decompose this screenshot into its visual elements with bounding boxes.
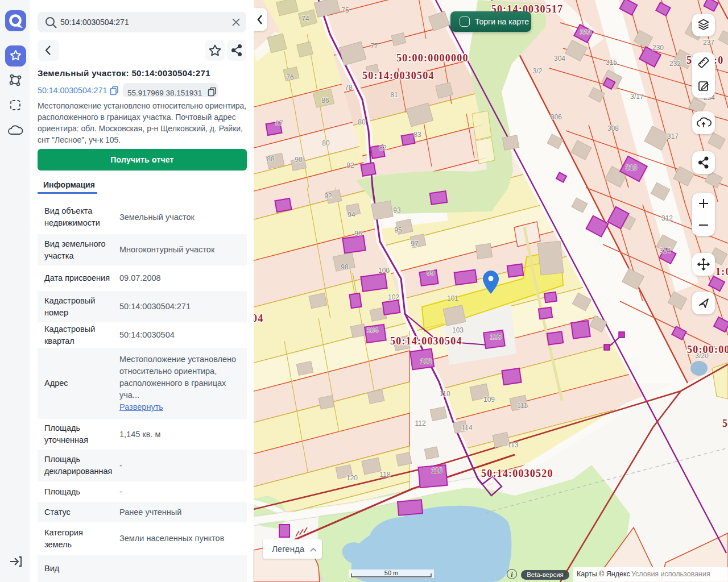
svg-text:93: 93	[393, 206, 401, 214]
svg-text:112: 112	[415, 419, 425, 427]
svg-text:50:14:0030520: 50:14:0030520	[481, 468, 553, 479]
svg-text:109: 109	[483, 396, 495, 404]
svg-text:1:0: 1:0	[715, 266, 728, 277]
svg-text:108: 108	[420, 357, 432, 365]
svg-text:80: 80	[322, 139, 330, 147]
svg-text:95: 95	[394, 226, 402, 234]
svg-text:87: 87	[275, 119, 283, 127]
svg-text:308: 308	[607, 124, 619, 132]
svg-text:98: 98	[341, 263, 349, 271]
svg-text:104: 104	[367, 326, 378, 334]
svg-text:78: 78	[345, 84, 353, 92]
svg-text:82: 82	[346, 161, 354, 169]
svg-text:75: 75	[341, 6, 349, 14]
svg-text:113: 113	[507, 441, 518, 449]
svg-text:50:14:0030504: 50:14:0030504	[390, 335, 462, 347]
svg-text:105: 105	[490, 333, 502, 341]
svg-text:116: 116	[431, 467, 442, 475]
svg-text:304: 304	[554, 55, 565, 63]
svg-text:306: 306	[551, 113, 562, 121]
svg-text:74: 74	[301, 15, 309, 23]
svg-text:312: 312	[661, 214, 673, 222]
svg-text:313: 313	[580, 28, 592, 36]
svg-text:230: 230	[652, 44, 664, 52]
svg-text:92: 92	[324, 192, 332, 200]
svg-text:237: 237	[703, 39, 714, 47]
svg-text:317: 317	[667, 132, 679, 140]
svg-text:3/2: 3/2	[533, 67, 543, 75]
svg-text:103: 103	[452, 326, 464, 334]
svg-text:90: 90	[295, 156, 303, 164]
svg-text:82: 82	[379, 144, 387, 152]
svg-text:120: 120	[346, 474, 358, 482]
svg-text:94: 94	[348, 211, 355, 219]
svg-text:110: 110	[439, 390, 450, 398]
svg-text:81: 81	[390, 91, 398, 99]
svg-text:100: 100	[378, 267, 390, 275]
svg-text:50:14:0030504: 50:14:0030504	[362, 70, 435, 81]
svg-text:97: 97	[411, 240, 419, 248]
svg-text:99: 99	[427, 269, 435, 277]
svg-text:101: 101	[447, 294, 458, 302]
svg-text:50:00:0000000: 50:00:0000000	[396, 52, 469, 64]
svg-text:04: 04	[254, 313, 263, 324]
svg-text:315: 315	[606, 59, 617, 66]
svg-text:114: 114	[461, 424, 472, 432]
svg-text:83: 83	[413, 131, 421, 139]
svg-text:314: 314	[659, 247, 671, 255]
svg-text:310: 310	[626, 164, 637, 172]
svg-text:102: 102	[388, 293, 399, 301]
svg-text:232: 232	[669, 60, 681, 68]
svg-text:111: 111	[517, 402, 528, 410]
svg-text:5: 5	[722, 418, 728, 429]
svg-text:3/17: 3/17	[630, 93, 644, 101]
svg-text:96: 96	[354, 230, 362, 238]
svg-text:77: 77	[370, 42, 378, 50]
svg-text:118: 118	[379, 471, 390, 479]
svg-text:88: 88	[267, 155, 275, 163]
svg-text:80: 80	[358, 118, 366, 126]
svg-text:86: 86	[321, 97, 329, 105]
svg-text:76: 76	[286, 73, 294, 81]
svg-text:50:00:00: 50:00:00	[687, 344, 728, 355]
